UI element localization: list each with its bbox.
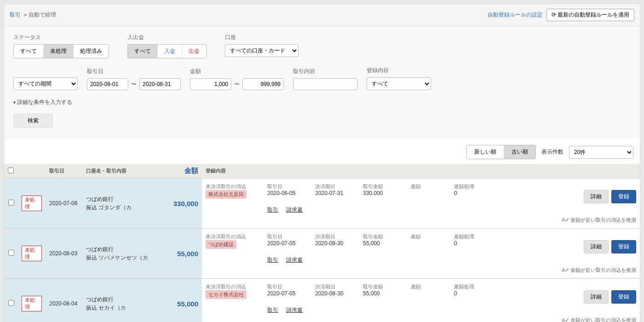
reg-txamt: 330,000: [363, 190, 404, 196]
reg-diff: 0: [454, 240, 491, 247]
col-amt: 金額: [161, 164, 202, 178]
link-transaction[interactable]: 取引: [267, 207, 278, 213]
detail-button[interactable]: 詳細: [584, 190, 609, 203]
inout-label: 入出金: [127, 34, 207, 41]
apply-latest-rules-button[interactable]: ⟳ 最新の自動登録ルールを適用: [546, 9, 634, 21]
txdate-to-input[interactable]: [139, 78, 181, 90]
row-checkbox[interactable]: [8, 200, 14, 206]
unsettled-label: 未決済取引の消込: [206, 233, 261, 240]
transactions-table: 取引日 口座名・取引内容 金額 登録内容 未処理 2020-07-06 つばめ銀…: [4, 164, 640, 322]
reg-txdate: 2020-06-05: [267, 190, 309, 196]
select-all-checkbox[interactable]: [8, 167, 14, 173]
amount-label: 金額: [190, 68, 284, 75]
tx-account-desc: つばめ銀行 振込 セカイ（カ: [82, 279, 161, 322]
tx-date: 2020-08-03: [46, 229, 82, 279]
amount-from-input[interactable]: [190, 78, 231, 90]
auto-rule-settings-link[interactable]: 自動登録ルールの設定: [488, 11, 543, 19]
status-label: ステータス: [13, 34, 109, 41]
table-row: 未処理 2020-08-04 つばめ銀行 振込 セカイ（カ 55,000 未決済…: [4, 279, 640, 322]
search-button[interactable]: 検索: [13, 114, 53, 128]
reg-txamt: 55,000: [363, 240, 404, 247]
sort-oldest[interactable]: 古い順: [504, 145, 535, 159]
account-select[interactable]: すべての口座・カード: [225, 44, 299, 57]
hint-text: ≡✓金額が近い取引の消込を推測: [315, 217, 636, 224]
sort-segment: 新しい順 古い順: [466, 145, 536, 159]
counterparty-tag: セカイ株式会社: [206, 290, 247, 299]
status-segment: すべて 未処理 処理済み: [13, 44, 109, 58]
row-checkbox[interactable]: [8, 250, 14, 256]
inout-all[interactable]: すべて: [128, 45, 158, 58]
tx-amount: 55,000: [161, 279, 202, 322]
breadcrumb: 取引 » 自動で経理: [10, 11, 56, 19]
detail-button[interactable]: 詳細: [584, 240, 609, 253]
reg-duedate: 2020-09-30: [315, 240, 356, 247]
status-badge: 未処理: [22, 296, 42, 311]
tx-account-desc: つばめ銀行 振込 ツバメケンセツ（カ: [82, 229, 161, 279]
register-button[interactable]: 登録: [611, 190, 636, 203]
col-date: 取引日: [46, 164, 82, 178]
breadcrumb-current: 自動で経理: [29, 12, 56, 18]
register-button[interactable]: 登録: [611, 290, 636, 304]
hint-text: ≡✓金額が近い取引の消込を推測: [315, 317, 636, 322]
link-transaction[interactable]: 取引: [267, 307, 278, 313]
list-controls: 新しい順 古い順 表示件数 20件: [4, 138, 640, 164]
row-checkbox[interactable]: [8, 300, 14, 306]
table-row: 未処理 2020-08-03 つばめ銀行 振込 ツバメケンセツ（カ 55,000…: [4, 229, 640, 279]
tx-amount: 55,000: [161, 229, 202, 279]
tx-date: 2020-08-04: [46, 279, 82, 322]
unsettled-label: 未決済取引の消込: [206, 183, 261, 190]
guess-icon: ≡✓: [562, 217, 569, 223]
reg-diff: 0: [454, 190, 491, 196]
filter-panel: ステータス すべて 未処理 処理済み 入出金 すべて 入金 出金 口座 すべての…: [4, 26, 640, 138]
status-unprocessed[interactable]: 未処理: [44, 45, 74, 58]
detail-button[interactable]: 詳細: [584, 290, 609, 304]
register-button[interactable]: 登録: [611, 240, 636, 253]
col-acct: 口座名・取引内容: [82, 164, 161, 178]
tx-amount: 330,000: [161, 178, 202, 229]
link-invoice[interactable]: 請求書: [286, 307, 303, 313]
reg-txdate: 2020-07-05: [267, 290, 309, 297]
col-reg: 登録内容: [202, 164, 640, 178]
txdate-label: 取引日: [87, 68, 181, 75]
inout-withdraw[interactable]: 出金: [182, 45, 206, 58]
advanced-filters-toggle[interactable]: 詳細な条件を入力する: [13, 98, 631, 106]
regcontent-select[interactable]: すべて: [367, 77, 431, 90]
link-invoice[interactable]: 請求書: [286, 207, 303, 213]
breadcrumb-bar: 取引 » 自動で経理 自動登録ルールの設定 ⟳ 最新の自動登録ルールを適用: [4, 4, 640, 26]
link-invoice[interactable]: 請求書: [286, 257, 303, 263]
status-all[interactable]: すべて: [14, 45, 44, 58]
reg-txdate: 2020-07-05: [267, 240, 309, 247]
hint-text: ≡✓金額が近い取引の消込を推測: [315, 267, 636, 274]
regcontent-label: 登録内容: [367, 67, 431, 75]
guess-icon: ≡✓: [562, 267, 569, 273]
account-label: 口座: [225, 34, 299, 41]
unsettled-label: 未決済取引の消込: [206, 283, 261, 290]
sort-newest[interactable]: 新しい順: [467, 145, 504, 159]
inout-deposit[interactable]: 入金: [158, 45, 182, 58]
reg-diff: 0: [454, 290, 491, 297]
reg-duedate: 2020-08-30: [315, 290, 356, 297]
pagesize-select[interactable]: 20件: [569, 146, 633, 159]
tx-account-desc: つばめ銀行 振込 ゴタンダ（カ: [82, 178, 161, 229]
status-processed[interactable]: 処理済み: [74, 45, 109, 58]
link-transaction[interactable]: 取引: [267, 257, 278, 263]
refresh-icon: ⟳: [552, 12, 556, 18]
pagesize-label: 表示件数: [541, 148, 564, 156]
amount-to-input[interactable]: [242, 78, 284, 90]
status-badge: 未処理: [22, 196, 42, 211]
breadcrumb-root-link[interactable]: 取引: [10, 12, 21, 18]
reg-duedate: 2020-07-31: [315, 190, 356, 196]
inout-segment: すべて 入金 出金: [127, 44, 207, 58]
reg-txamt: 55,000: [363, 290, 404, 297]
txcontent-label: 取引内容: [293, 68, 357, 75]
table-row: 未処理 2020-07-06 つばめ銀行 振込 ゴタンダ（カ 330,000 未…: [4, 178, 640, 229]
txcontent-input[interactable]: [293, 78, 357, 90]
counterparty-tag: つばめ建設: [206, 240, 236, 249]
tx-date: 2020-07-06: [46, 178, 82, 229]
guess-icon: ≡✓: [562, 317, 569, 322]
counterparty-tag: 株式会社五反田: [206, 190, 247, 199]
status-badge: 未処理: [22, 246, 42, 261]
txdate-from-input[interactable]: [87, 78, 128, 90]
period-select[interactable]: すべての期間: [13, 77, 78, 90]
